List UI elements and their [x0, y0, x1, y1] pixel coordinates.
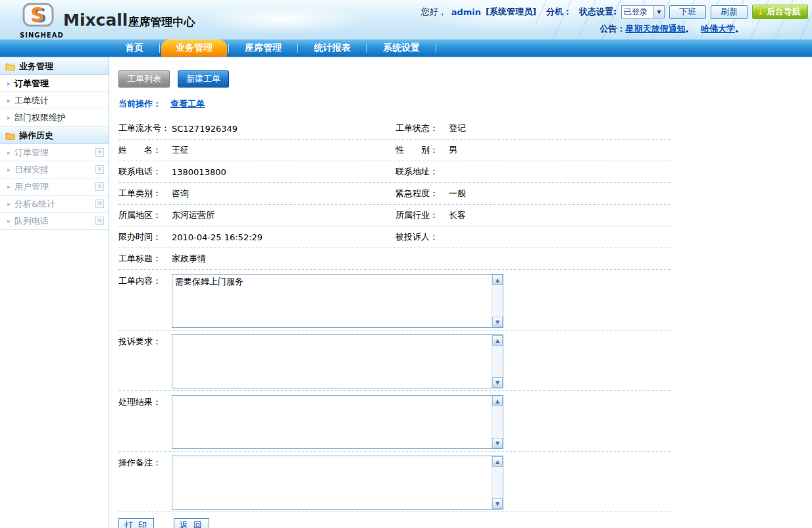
arrow-right-icon: ▸: [7, 166, 11, 173]
sidebar-history-schedule[interactable]: ▸ 日程安排 ✕: [0, 161, 109, 178]
sidebar-history-order-mgmt[interactable]: ▸ 订单管理 ✕: [0, 144, 109, 161]
status-select-value: 已登录: [622, 7, 653, 18]
singhead-logo-icon: S S: [22, 3, 55, 29]
nav-tab-agent[interactable]: 座席管理: [230, 40, 296, 57]
ticket-toolbar: 工单列表 新建工单: [118, 70, 812, 88]
form-row: 姓 名： 王征 性 别： 男: [118, 140, 672, 161]
sidebar-history-analysis[interactable]: ▸ 分析&统计 ✕: [0, 196, 109, 213]
sidebar-item-dept-permission[interactable]: ▸ 部门权限维护: [0, 109, 109, 126]
field-label-content: 工单内容：: [118, 274, 172, 328]
field-value-industry: 长客: [449, 209, 672, 221]
field-label-category: 工单类别：: [118, 188, 172, 199]
sidebar-group-history[interactable]: 操作历史: [0, 126, 109, 144]
handle-result-textarea[interactable]: ▲ ▼: [172, 395, 503, 449]
scroll-down-icon[interactable]: ▼: [492, 377, 503, 388]
nav-tab-business[interactable]: 业务管理: [161, 40, 227, 57]
field-value-phone: 1380013800: [172, 167, 395, 177]
scroll-up-icon[interactable]: ▲: [492, 456, 503, 467]
ticket-content-textarea[interactable]: 需要保姆上门服务 ▲ ▼: [172, 274, 503, 328]
back-button[interactable]: 返 回: [174, 518, 209, 528]
notice-link-harvard[interactable]: 哈佛大学: [701, 24, 735, 34]
field-label-phone: 联系电话：: [118, 166, 172, 178]
refresh-button[interactable]: 刷新: [711, 5, 748, 19]
field-label-deadline: 限办时间：: [118, 231, 172, 243]
sidebar-group-business[interactable]: 业务管理: [0, 57, 109, 75]
notice-label: 公告：: [599, 24, 625, 34]
field-label-industry: 所属行业：: [395, 209, 449, 221]
field-value-region: 东河运营所: [172, 209, 395, 221]
nav-tab-report[interactable]: 统计报表: [299, 40, 365, 57]
operation-note-textarea[interactable]: ▲ ▼: [172, 456, 503, 510]
form-textarea-row: 工单内容： 需要保姆上门服务 ▲ ▼: [118, 270, 672, 330]
logo-text: SINGHEAD: [20, 32, 57, 39]
main-content: 工单列表 新建工单 当前操作：查看工单 工单流水号： SC1271926349 …: [109, 57, 812, 527]
form-textarea-row: 操作备注： ▲ ▼: [118, 452, 672, 512]
field-value-serial: SC1271926349: [172, 124, 395, 134]
form-row: 工单类别： 咨询 紧急程度： 一般: [118, 183, 672, 205]
sidebar-history-queue-call[interactable]: ▸ 队列电话 ✕: [0, 213, 109, 230]
scroll-down-icon[interactable]: ▼: [492, 498, 503, 509]
current-operation-label: 当前操作：: [118, 99, 161, 109]
form-row: 联系电话： 1380013800 联系地址：: [118, 161, 672, 183]
close-icon[interactable]: ✕: [95, 148, 104, 157]
offduty-button[interactable]: 下班: [669, 5, 706, 19]
new-ticket-button[interactable]: 新建工单: [178, 70, 229, 88]
complaint-request-textarea[interactable]: ▲ ▼: [172, 334, 503, 388]
nav-separator: [159, 43, 160, 53]
scroll-up-icon[interactable]: ▲: [492, 335, 503, 346]
scrollbar[interactable]: ▲ ▼: [492, 456, 503, 509]
breadcrumb: 当前操作：查看工单: [118, 98, 812, 110]
top-header: S S SINGHEAD Mixcall座席管理中心 您好， admin [系统…: [0, 0, 812, 40]
scrollbar[interactable]: ▲ ▼: [492, 396, 503, 448]
field-label-gender: 性 别：: [395, 144, 449, 156]
backstage-nav-button[interactable]: ↓ 后台导航: [752, 5, 808, 19]
sidebar: 业务管理 ▸ 订单管理 ▸ 工单统计 ▸ 部门权限维护 操作历史 ▸ 订单管理 …: [0, 57, 109, 527]
notice-link-holiday[interactable]: 星期天放假通知: [625, 24, 685, 34]
cloud-decoration: [197, 4, 368, 34]
field-value-status: 登记: [449, 122, 672, 134]
ticket-list-button[interactable]: 工单列表: [118, 70, 170, 88]
field-value-title: 家政事情: [172, 253, 395, 265]
arrow-right-icon: ▸: [7, 114, 11, 121]
arrow-right-icon: ▸: [7, 200, 11, 207]
scrollbar[interactable]: ▲ ▼: [492, 335, 503, 388]
close-icon[interactable]: ✕: [95, 165, 104, 174]
app-title: Mixcall座席管理中心: [63, 11, 195, 30]
scroll-down-icon[interactable]: ▼: [492, 317, 503, 327]
field-label-urgency: 紧急程度：: [395, 188, 449, 199]
field-label-serial: 工单流水号：: [118, 122, 172, 134]
scroll-down-icon[interactable]: ▼: [492, 438, 503, 448]
app-name: Mixcall: [63, 11, 128, 30]
form-textarea-row: 处理结果： ▲ ▼: [118, 391, 672, 452]
scroll-up-icon[interactable]: ▲: [492, 275, 503, 285]
close-icon[interactable]: ✕: [95, 182, 104, 191]
field-label-complaint-request: 投诉要求：: [118, 334, 172, 388]
field-label-complained: 被投诉人：: [395, 231, 449, 243]
scrollbar[interactable]: ▲ ▼: [492, 275, 503, 327]
arrow-right-icon: ▸: [7, 97, 11, 104]
nav-separator: [297, 43, 298, 53]
extension-label: 分机：: [546, 6, 572, 18]
form-row: 所属地区： 东河运营所 所属行业： 长客: [118, 205, 672, 226]
chevron-down-icon[interactable]: ▼: [653, 6, 664, 18]
down-arrow-icon: ↓: [757, 7, 764, 17]
print-button[interactable]: 打 印: [118, 518, 154, 528]
username: admin: [451, 7, 481, 17]
nav-tab-system[interactable]: 系统设置: [368, 40, 434, 57]
nav-tab-home[interactable]: 首页: [111, 40, 158, 57]
close-icon[interactable]: ✕: [95, 217, 104, 225]
folder-icon: [5, 63, 15, 70]
sidebar-item-ticket-stats[interactable]: ▸ 工单统计: [0, 92, 109, 109]
arrow-right-icon: ▸: [7, 217, 11, 224]
form-actions: 打 印 返 回: [118, 518, 672, 528]
greeting-text: 您好，: [421, 6, 447, 18]
main-nav: 首页 业务管理 座席管理 统计报表 系统设置: [0, 40, 812, 57]
status-select[interactable]: 已登录 ▼: [621, 5, 665, 18]
sidebar-item-order-mgmt[interactable]: ▸ 订单管理: [0, 75, 109, 92]
sidebar-history-user-mgmt[interactable]: ▸ 用户管理 ✕: [0, 178, 109, 196]
scroll-up-icon[interactable]: ▲: [492, 396, 503, 406]
field-label-title: 工单标题：: [118, 253, 172, 265]
form-row: 工单标题： 家政事情: [118, 248, 672, 270]
field-value-name: 王征: [172, 144, 395, 156]
close-icon[interactable]: ✕: [95, 199, 104, 208]
